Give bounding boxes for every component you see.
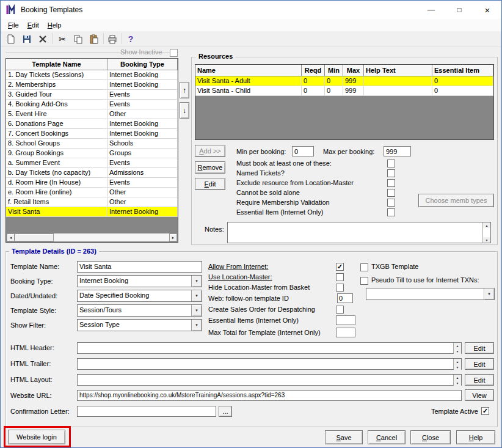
template-row[interactable]: 5. Event HireOther xyxy=(6,109,178,119)
website-url-view-button[interactable]: View xyxy=(465,389,494,401)
maximize-icon[interactable]: □ xyxy=(445,1,473,19)
menu-edit[interactable]: Edit xyxy=(23,20,43,30)
template-row[interactable]: 4. Booking Add-OnsEvents xyxy=(6,100,178,109)
show-filter-select[interactable]: Session Type▼ xyxy=(77,319,202,331)
delete-icon[interactable] xyxy=(36,32,49,46)
template-row[interactable]: 7. Concert BookingsInternet Booking xyxy=(6,129,178,139)
scrollbar-track[interactable] xyxy=(483,228,490,237)
copy-icon[interactable] xyxy=(71,32,85,46)
save-button[interactable]: Save xyxy=(325,430,363,444)
chevron-down-icon[interactable]: ▼ xyxy=(191,305,202,316)
help-button[interactable]: Help xyxy=(456,430,495,444)
hide-location-master-checkbox[interactable]: ✓ xyxy=(336,284,344,292)
use-location-master-label[interactable]: Use Location-Master: xyxy=(208,273,272,281)
booking-type-select[interactable]: Internet Booking▼ xyxy=(77,275,202,287)
scroll-up-icon[interactable]: ▲ xyxy=(454,343,461,348)
chevron-down-icon[interactable]: ▼ xyxy=(484,288,494,299)
exclude-resource-checkbox[interactable]: ✓ xyxy=(387,179,395,187)
template-row[interactable]: e. Room Hire (online)Other xyxy=(6,188,178,197)
scroll-down-icon[interactable]: ▼ xyxy=(454,348,461,354)
named-tickets-checkbox[interactable]: ✓ xyxy=(387,169,395,177)
template-row[interactable]: 1. Day Tickets (Sessions)Internet Bookin… xyxy=(6,70,178,80)
template-row[interactable]: f. Retail ItemsOther xyxy=(6,197,178,207)
allow-from-internet-checkbox[interactable]: ✓ xyxy=(336,263,344,271)
add-resource-button[interactable]: Add >> xyxy=(195,145,225,157)
close-icon[interactable]: × xyxy=(473,1,501,19)
resource-row[interactable]: Visit Santa - Child 0 0 999 0 xyxy=(195,86,493,96)
save-icon[interactable] xyxy=(20,32,34,46)
cut-icon[interactable]: ✂ xyxy=(56,32,69,46)
use-location-master-checkbox[interactable]: ✓ xyxy=(336,273,344,281)
cancel-button[interactable]: Cancel xyxy=(368,430,406,444)
move-up-button[interactable]: ↑ xyxy=(180,82,189,98)
scroll-down-icon[interactable]: ▼ xyxy=(483,237,490,243)
must-book-checkbox[interactable]: ✓ xyxy=(387,160,395,167)
html-header-scrollbar[interactable]: ▲▼ xyxy=(453,343,461,353)
web-followon-input[interactable]: 0 xyxy=(337,293,353,303)
template-name-input[interactable]: Visit Santa xyxy=(77,261,202,273)
minimize-icon[interactable]: — xyxy=(417,1,445,19)
chevron-down-icon[interactable]: ▼ xyxy=(191,290,202,301)
move-down-button[interactable]: ↓ xyxy=(180,102,189,119)
html-header-input[interactable] xyxy=(78,343,453,353)
scroll-down-icon[interactable]: ▼ xyxy=(454,380,461,386)
template-row[interactable]: 9. Group BookingsGroups xyxy=(6,149,178,158)
menu-help[interactable]: Help xyxy=(43,20,66,30)
close-window-button[interactable]: Close xyxy=(410,430,451,444)
template-row[interactable]: 6. Donations PageInternet Booking xyxy=(6,119,178,129)
help-icon[interactable]: ? xyxy=(124,32,137,46)
chevron-down-icon[interactable]: ▼ xyxy=(191,320,202,331)
html-layout-input[interactable] xyxy=(78,375,453,385)
paste-icon[interactable] xyxy=(87,32,101,46)
edit-resource-button[interactable]: Edit xyxy=(195,178,225,190)
html-trailer-edit-button[interactable]: Edit xyxy=(465,358,494,370)
scroll-down-icon[interactable]: ▼ xyxy=(454,364,461,370)
template-style-select[interactable]: Session/Tours▼ xyxy=(77,304,202,317)
menu-file[interactable]: File xyxy=(4,20,23,30)
require-membership-checkbox[interactable]: ✓ xyxy=(387,199,395,207)
choose-memb-types-button[interactable]: Choose memb types xyxy=(418,194,494,207)
html-header-edit-button[interactable]: Edit xyxy=(465,342,494,354)
confirmation-letter-input[interactable] xyxy=(77,406,216,417)
max-per-booking-input[interactable]: 999 xyxy=(384,146,411,156)
create-sales-order-checkbox[interactable]: ✓ xyxy=(336,306,344,314)
show-inactive-checkbox[interactable]: ✓ xyxy=(170,49,178,57)
essential-item-checkbox[interactable]: ✓ xyxy=(387,208,395,216)
template-row-selected[interactable]: Visit SantaInternet Booking xyxy=(6,207,178,217)
cannot-sold-alone-checkbox[interactable]: ✓ xyxy=(387,189,395,197)
scroll-up-icon[interactable]: ▲ xyxy=(454,375,461,380)
remove-resource-button[interactable]: Remove xyxy=(195,161,225,174)
template-row[interactable]: b. Day Tickets (no capacity)Admissions xyxy=(6,168,178,178)
template-row[interactable]: 3. Guided TourEvents xyxy=(6,90,178,100)
pseudo-till-checkbox[interactable]: ✓ xyxy=(360,277,368,285)
template-row[interactable]: 8. School GroupsSchools xyxy=(6,139,178,149)
template-active-checkbox[interactable]: ✓ xyxy=(481,407,489,415)
resource-row-selected[interactable]: Visit Santa - Adult 0 0 999 0 xyxy=(195,76,493,86)
max-total-input[interactable] xyxy=(336,328,355,337)
scrollbar-track[interactable] xyxy=(54,233,169,241)
notes-input[interactable] xyxy=(228,222,482,243)
html-trailer-input[interactable] xyxy=(78,359,453,369)
notes-scrollbar[interactable]: ▲ ▼ xyxy=(482,222,490,243)
allow-from-internet-label[interactable]: Allow From Internet: xyxy=(208,263,268,271)
min-per-booking-input[interactable]: 0 xyxy=(292,146,314,156)
template-row[interactable]: d. Room Hire (In House)Events xyxy=(6,178,178,188)
dated-undated-select[interactable]: Date Specified Booking▼ xyxy=(77,290,202,302)
html-trailer-scrollbar[interactable]: ▲▼ xyxy=(453,359,461,369)
scroll-left-icon[interactable]: ◄ xyxy=(7,233,15,241)
website-url-input[interactable]: https://shop.myonlinebooking.co.uk/Mstor… xyxy=(77,390,462,401)
html-layout-scrollbar[interactable]: ▲▼ xyxy=(453,375,461,385)
template-row[interactable]: a. Summer EventEvents xyxy=(6,158,178,168)
scroll-up-icon[interactable]: ▲ xyxy=(483,222,490,228)
essential-items-input[interactable] xyxy=(336,315,355,325)
scroll-right-icon[interactable]: ► xyxy=(169,233,177,241)
print-icon[interactable] xyxy=(106,32,119,46)
chevron-down-icon[interactable]: ▼ xyxy=(191,276,202,287)
scrollbar-thumb[interactable] xyxy=(15,233,54,241)
templates-hscrollbar[interactable]: ◄ ► xyxy=(7,233,177,241)
pseudo-till-select[interactable]: ▼ xyxy=(366,288,495,300)
confirmation-browse-button[interactable]: ... xyxy=(219,406,232,417)
txgb-template-checkbox[interactable]: ✓ xyxy=(360,263,368,271)
scroll-up-icon[interactable]: ▲ xyxy=(454,359,461,364)
new-document-icon[interactable] xyxy=(4,32,18,46)
